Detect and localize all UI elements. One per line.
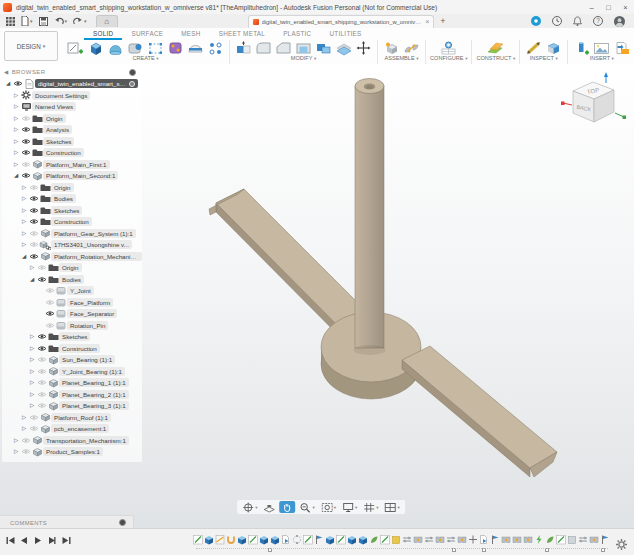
visibility-eye-icon[interactable] bbox=[28, 195, 39, 202]
node-label[interactable]: Bodies bbox=[59, 275, 84, 284]
expand-node-icon[interactable]: ▷ bbox=[28, 400, 36, 411]
browser-row-origin[interactable]: ▷Origin bbox=[2, 182, 142, 194]
tab-sheet-metal[interactable]: SHEET METAL bbox=[210, 30, 274, 40]
node-label[interactable]: Construction bbox=[51, 217, 92, 226]
node-label[interactable]: Planet_Bearing_3 (1):1 bbox=[59, 401, 129, 410]
grid-settings-button[interactable]: ▾ bbox=[361, 501, 380, 513]
workspace-switcher[interactable]: DESIGN▾ bbox=[4, 31, 58, 61]
timeline-feature-21-joint-icon[interactable] bbox=[413, 533, 423, 545]
browser-row-platform-rotation-mechanism-[interactable]: ◢Platform_Rotation_Mechanism... bbox=[2, 251, 142, 263]
joint-icon[interactable] bbox=[402, 40, 421, 56]
expand-node-icon[interactable]: ▷ bbox=[28, 366, 36, 377]
node-label[interactable]: Named Views bbox=[32, 102, 76, 111]
visibility-eye-icon[interactable] bbox=[44, 310, 55, 317]
timeline-settings-gear-icon[interactable] bbox=[616, 536, 627, 554]
visibility-eye-icon[interactable] bbox=[20, 448, 31, 455]
node-label[interactable]: Platform_Rotation_Mechanism... bbox=[51, 252, 142, 261]
extensions-icon[interactable] bbox=[528, 15, 544, 27]
sculpt-icon[interactable] bbox=[186, 40, 205, 56]
node-label[interactable]: Bodies bbox=[51, 194, 76, 203]
configuration-icon[interactable] bbox=[439, 40, 458, 56]
node-label[interactable]: Sketches bbox=[51, 206, 82, 215]
step-forward-button[interactable] bbox=[47, 535, 57, 545]
plane-icon[interactable] bbox=[486, 40, 505, 56]
expand-node-icon[interactable]: ▷ bbox=[28, 343, 36, 354]
timeline-feature-4-form-icon[interactable] bbox=[226, 533, 236, 545]
node-label[interactable]: Document Settings bbox=[32, 91, 90, 100]
timeline-feature-30-joint-icon[interactable] bbox=[512, 533, 522, 545]
timeline-feature-33-green-icon[interactable] bbox=[545, 533, 555, 545]
timeline-feature-7-extrude-icon[interactable] bbox=[259, 533, 269, 545]
browser-row-planet-bearing-3-1-1[interactable]: ▷Planet_Bearing_3 (1):1 bbox=[2, 400, 142, 412]
visibility-eye-icon[interactable] bbox=[36, 345, 47, 352]
timeline-feature-13-extrude-icon[interactable] bbox=[325, 533, 335, 545]
visibility-eye-icon[interactable] bbox=[36, 356, 47, 363]
comments-bar[interactable]: COMMENTS bbox=[0, 515, 134, 529]
expand-node-icon[interactable]: ▷ bbox=[28, 262, 36, 273]
visibility-eye-icon[interactable] bbox=[20, 126, 31, 133]
visibility-eye-icon[interactable] bbox=[36, 391, 47, 398]
collapse-node-icon[interactable]: ◢ bbox=[28, 274, 36, 285]
form-icon[interactable] bbox=[166, 40, 185, 56]
group-label-modify[interactable]: MODIFY ▾ bbox=[291, 55, 316, 61]
collapse-node-icon[interactable]: ◢ bbox=[20, 251, 28, 262]
tab-surface[interactable]: SURFACE bbox=[122, 30, 172, 40]
chamfer-icon[interactable] bbox=[274, 40, 293, 56]
node-label[interactable]: Platform_Main_Second:1 bbox=[43, 171, 118, 180]
measure-icon[interactable] bbox=[524, 40, 543, 56]
fillet-icon[interactable] bbox=[254, 40, 273, 56]
job-status-icon[interactable] bbox=[549, 15, 565, 27]
node-label[interactable]: Y_Joint bbox=[67, 286, 94, 295]
expand-node-icon[interactable]: ▷ bbox=[12, 446, 20, 457]
browser-row-bodies[interactable]: ▷Bodies bbox=[2, 193, 142, 205]
insert-derive-icon[interactable] bbox=[572, 40, 591, 56]
node-label[interactable]: Sketches bbox=[43, 137, 74, 146]
browser-row-origin[interactable]: ▷Origin bbox=[2, 113, 142, 125]
visibility-eye-icon[interactable] bbox=[20, 437, 31, 444]
timeline-feature-36-link-icon[interactable] bbox=[578, 533, 588, 545]
timeline-feature-2-extrude-icon[interactable] bbox=[204, 533, 214, 545]
viewports-button[interactable]: ▾ bbox=[383, 501, 402, 513]
timeline-feature-22-link-icon[interactable] bbox=[424, 533, 434, 545]
timeline-feature-8-extrude-icon[interactable] bbox=[270, 533, 280, 545]
browser-row-sun-bearing-1-1[interactable]: ▷Sun_Bearing (1):1 bbox=[2, 354, 142, 366]
group-label-construct[interactable]: CONSTRUCT ▾ bbox=[476, 55, 515, 61]
expand-node-icon[interactable]: ▷ bbox=[20, 228, 28, 239]
collapse-panel-icon[interactable]: ◀ bbox=[4, 69, 9, 75]
browser-row-pcb-encasement-1[interactable]: ▷pcb_encasement:1 bbox=[2, 423, 142, 435]
timeline-feature-16-extrude-icon[interactable] bbox=[358, 533, 368, 545]
node-label[interactable]: Analysis bbox=[43, 125, 72, 134]
go-to-end-button[interactable] bbox=[61, 535, 71, 545]
timeline-feature-15-extrude-icon[interactable] bbox=[347, 533, 357, 545]
close-button[interactable]: × bbox=[617, 1, 634, 14]
browser-row-y-joint-bearing-1-1[interactable]: ▷Y_Joint_Bearing (1):1 bbox=[2, 366, 142, 378]
minimize-button[interactable]: – bbox=[583, 1, 600, 14]
visibility-eye-icon[interactable] bbox=[28, 207, 39, 214]
timeline-feature-19-yellow-icon[interactable] bbox=[391, 533, 401, 545]
timeline-feature-35-gray-icon[interactable] bbox=[567, 533, 577, 545]
timeline-feature-29-joint-icon[interactable] bbox=[501, 533, 511, 545]
pan-button[interactable] bbox=[279, 501, 295, 513]
node-label[interactable]: Y_Joint_Bearing (1):1 bbox=[59, 367, 125, 376]
timeline-feature-27-derive-icon[interactable] bbox=[479, 533, 489, 545]
look-at-button[interactable] bbox=[261, 501, 277, 513]
node-label[interactable]: Construction bbox=[59, 344, 100, 353]
move-icon[interactable] bbox=[354, 40, 373, 56]
timeline-feature-31-joint-icon[interactable] bbox=[523, 533, 533, 545]
timeline-feature-34-sketch-icon[interactable] bbox=[556, 533, 566, 545]
group-label-configure[interactable]: CONFIGURE ▾ bbox=[430, 55, 467, 61]
maximize-button[interactable]: □ bbox=[600, 1, 617, 14]
expand-node-icon[interactable]: ▷ bbox=[12, 435, 20, 446]
visibility-eye-icon[interactable] bbox=[20, 138, 31, 145]
node-label[interactable]: 17HS3401_Usongshine v... bbox=[51, 240, 132, 249]
node-label[interactable]: pcb_encasement:1 bbox=[51, 424, 109, 433]
go-to-start-button[interactable] bbox=[5, 535, 15, 545]
section-icon[interactable] bbox=[544, 40, 563, 56]
expand-node-icon[interactable]: ▷ bbox=[12, 136, 20, 147]
browser-row-sketches[interactable]: ▷Sketches bbox=[2, 205, 142, 217]
visibility-eye-icon[interactable] bbox=[28, 218, 39, 225]
browser-row-platform-main-first-1[interactable]: ▷Platform_Main_First:1 bbox=[2, 159, 142, 171]
browser-row-y-joint[interactable]: Y_Joint bbox=[2, 285, 142, 297]
visibility-eye-icon[interactable] bbox=[36, 368, 47, 375]
file-menu-icon[interactable]: ▾ bbox=[18, 15, 36, 27]
